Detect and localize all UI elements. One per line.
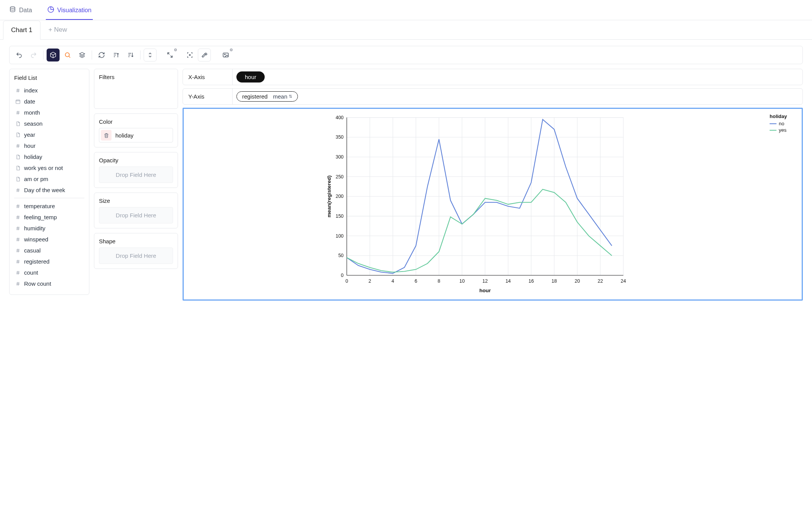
svg-text:250: 250 xyxy=(336,174,344,180)
opacity-panel[interactable]: Opacity Drop Field Here xyxy=(94,152,178,188)
field-item[interactable]: winspeed xyxy=(14,234,84,245)
svg-text:8: 8 xyxy=(438,278,440,284)
tab-data[interactable]: Data xyxy=(8,3,34,20)
field-label: hour xyxy=(24,142,36,149)
hash-icon xyxy=(15,143,21,149)
field-label: registered xyxy=(24,258,50,265)
size-drop[interactable]: Drop Field Here xyxy=(99,207,173,223)
x-axis-pill[interactable]: hour xyxy=(236,71,265,83)
image-export-button[interactable]: ⚙ xyxy=(219,49,232,61)
shape-drop[interactable]: Drop Field Here xyxy=(99,248,173,264)
svg-text:hour: hour xyxy=(479,288,491,293)
document-icon xyxy=(15,121,21,126)
field-item[interactable]: year xyxy=(14,129,84,140)
field-label: season xyxy=(24,120,42,127)
field-item[interactable]: holiday xyxy=(14,151,84,162)
field-item[interactable]: month xyxy=(14,107,84,118)
field-item[interactable]: humidity xyxy=(14,223,84,234)
field-item[interactable]: am or pm xyxy=(14,173,84,184)
field-item[interactable]: temperature xyxy=(14,201,84,212)
document-icon xyxy=(15,132,21,138)
sort-desc-button[interactable] xyxy=(124,49,137,61)
cube-button[interactable] xyxy=(47,49,60,61)
hash-icon xyxy=(15,88,21,93)
svg-text:100: 100 xyxy=(336,233,344,239)
svg-point-2 xyxy=(189,55,191,56)
filters-panel[interactable]: Filters xyxy=(94,69,178,109)
tab-visualization[interactable]: Visualization xyxy=(46,3,93,20)
expand-button[interactable]: ⚙ xyxy=(163,49,176,61)
field-label: work yes or not xyxy=(24,165,63,171)
svg-point-0 xyxy=(10,7,15,9)
svg-text:16: 16 xyxy=(529,278,534,284)
sort-asc-button[interactable] xyxy=(110,49,123,61)
y-axis-agg[interactable]: mean xyxy=(273,93,293,100)
layers-button[interactable] xyxy=(76,49,89,61)
calendar-icon xyxy=(15,99,21,104)
document-icon xyxy=(15,176,21,182)
svg-text:0: 0 xyxy=(341,273,344,278)
field-item[interactable]: Day of the week xyxy=(14,184,84,196)
size-panel[interactable]: Size Drop Field Here xyxy=(94,193,178,228)
field-item[interactable]: hour xyxy=(14,140,84,151)
legend-swatch xyxy=(770,130,776,131)
gear-icon: ⚙ xyxy=(174,48,177,52)
field-item[interactable]: Row count xyxy=(14,278,84,289)
svg-point-4 xyxy=(225,54,225,55)
svg-text:6: 6 xyxy=(414,278,417,284)
hash-icon xyxy=(15,281,21,286)
y-axis-pill[interactable]: registered mean xyxy=(236,91,298,102)
chart-column: X-Axis hour Y-Axis registered mean 0501 xyxy=(183,69,803,301)
field-item[interactable]: registered xyxy=(14,256,84,267)
color-panel[interactable]: Color holiday xyxy=(94,113,178,147)
refresh-button[interactable] xyxy=(95,49,108,61)
chart-icon xyxy=(47,6,54,15)
field-item[interactable]: casual xyxy=(14,245,84,256)
hash-icon xyxy=(15,188,21,193)
svg-rect-5 xyxy=(16,100,20,103)
y-axis-label: Y-Axis xyxy=(183,89,233,104)
svg-text:300: 300 xyxy=(336,154,344,160)
hash-icon xyxy=(15,110,21,115)
opacity-drop[interactable]: Drop Field Here xyxy=(99,167,173,183)
svg-text:10: 10 xyxy=(459,278,465,284)
field-label: month xyxy=(24,109,40,116)
shape-panel[interactable]: Shape Drop Field Here xyxy=(94,233,178,269)
chart-tab-1[interactable]: Chart 1 xyxy=(3,21,40,40)
x-axis-row: X-Axis hour xyxy=(183,69,803,85)
hash-icon xyxy=(15,259,21,264)
svg-text:12: 12 xyxy=(482,278,488,284)
field-item[interactable]: count xyxy=(14,267,84,278)
zoom-button[interactable] xyxy=(61,49,74,61)
chart-tab-new[interactable]: + New xyxy=(40,20,75,39)
redo-button[interactable] xyxy=(27,49,40,61)
opacity-title: Opacity xyxy=(99,157,173,163)
viewport-button[interactable] xyxy=(183,49,196,61)
wrench-button[interactable] xyxy=(198,49,211,61)
legend-label: yes xyxy=(779,127,786,133)
field-label: Day of the week xyxy=(24,187,65,193)
y-axis-row: Y-Axis registered mean xyxy=(183,88,803,105)
field-item[interactable]: season xyxy=(14,118,84,129)
field-item[interactable]: date xyxy=(14,96,84,107)
field-label: winspeed xyxy=(24,236,48,243)
axis-toggle-button[interactable] xyxy=(144,49,157,61)
field-item[interactable]: work yes or not xyxy=(14,162,84,173)
x-axis-label: X-Axis xyxy=(183,69,233,85)
hash-icon xyxy=(15,215,21,220)
color-pill[interactable]: holiday xyxy=(99,128,173,142)
svg-text:18: 18 xyxy=(552,278,557,284)
field-label: year xyxy=(24,131,35,138)
field-label: index xyxy=(24,87,38,94)
document-icon xyxy=(15,165,21,171)
field-item[interactable]: feeling_temp xyxy=(14,212,84,223)
undo-button[interactable] xyxy=(13,49,26,61)
chart-canvas[interactable]: 0501001502002503003504000246810121416182… xyxy=(183,108,803,301)
field-item[interactable]: index xyxy=(14,85,84,96)
legend-title: holiday xyxy=(770,113,797,119)
hash-icon xyxy=(15,204,21,209)
delete-color-button[interactable] xyxy=(101,130,112,141)
svg-point-1 xyxy=(65,53,70,57)
gear-icon: ⚙ xyxy=(230,48,233,52)
svg-text:200: 200 xyxy=(336,194,344,199)
